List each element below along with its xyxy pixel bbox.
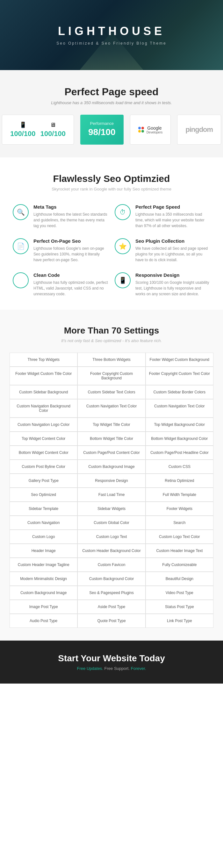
setting-item: Custom Background Image [10,586,77,599]
score2: 100/100 [40,130,66,138]
seo-content-5: Responsive Design Scoring 100/100 on Goo… [135,272,210,297]
cta-line2: Free Support. [104,666,130,671]
seo-subtitle: Skyrocket your rank in Google with our f… [13,187,210,191]
seo-icon-2: 📄 [13,238,29,254]
hero-title: LIGHTHOUSE [58,25,165,38]
seo-item: 📄 Perfect On-Page Seo Lighthouse follows… [13,238,108,263]
seo-item-title-5: Responsive Design [135,272,210,278]
seo-content-0: Meta Tags Lighthouse follows the latest … [33,204,108,229]
setting-item: Sidebar Template [10,502,77,516]
hero-section: LIGHTHOUSE Seo Optimized & Seo Friendly … [0,0,223,70]
mobile-icon: 📱 [20,121,26,128]
seo-icon-3: ⭐ [115,238,131,254]
google-sub: Developers [147,131,163,134]
seo-item-title-0: Meta Tags [33,204,108,210]
performance-card: Performance 98/100 [80,115,124,145]
seo-content-2: Perfect On-Page Seo Lighthouse follows G… [33,238,108,263]
seo-item-title-4: Clean Code [33,272,108,278]
setting-item: Custom Header Image Text [146,544,213,557]
setting-item: Custom Header Image Tagline [10,558,77,571]
setting-item: Footer Copyright Custom Text Color [146,367,213,385]
setting-item: Header Image [10,544,77,557]
setting-item: Custom Background Color [78,572,145,586]
setting-item: Bottom Widget Background Color [146,432,213,445]
seo-item-title-3: Seo Plugin Collection [135,238,210,244]
setting-item: Top Widget Background Color [146,418,213,431]
setting-item: Top Widget Title Color [78,418,145,431]
settings-section: More Than 70 Settings It's not only fast… [0,310,223,641]
setting-item: Footer Widget Custom Title Color [10,367,77,385]
setting-item: Footer Widget Custom Background [146,353,213,366]
cta-heading: Start Your Website Today [9,653,214,663]
seo-content-4: Clean Code Lighthouse has fully optimize… [33,272,108,297]
hero-subtitle: Seo Optimized & Seo Friendly Blog Theme [56,41,167,45]
setting-item: Custom CSS [146,460,213,473]
setting-item: Aside Post Type [78,600,145,614]
seo-item-desc-3: We have collected all Seo and page speed… [135,246,210,263]
seo-item: ⭐ Seo Plugin Collection We have collecte… [115,238,210,263]
setting-item: Custom Background Image [78,460,145,473]
setting-item: Seo & Pagespeed Plugins [78,586,145,599]
setting-item: Gallery Post Type [10,474,77,487]
setting-item: Custom Logo Text [78,530,145,544]
seo-content-1: Perfect Page Speed Lighthouse has a 350 … [135,204,210,229]
setting-item: Audio Post Type [10,614,77,627]
settings-heading: More Than 70 Settings [9,326,214,336]
speed-heading: Perfect Page speed [19,86,204,98]
setting-item: Status Post Type [146,600,213,614]
setting-item: Bottom Widget Title Color [78,432,145,445]
seo-item-desc-0: Lighthouse follows the latest Seo standa… [33,212,108,229]
seo-icon-1: ⏱ [115,204,131,220]
setting-item: Image Post Type [10,600,77,614]
settings-grid: Three Top WidgetsThree Bottom WidgetsFoo… [9,352,214,628]
setting-item: Footer Widgets [146,502,213,516]
setting-item: Custom Favicon [78,558,145,571]
setting-item: Custom Navigation Logo Color [10,418,77,431]
google-dev-card: Google Developers [130,115,171,145]
setting-item: Custom Navigation [10,516,77,529]
setting-item: Custom Navigation Text Color [78,399,145,417]
settings-subtitle: It's not only fast & Seo optimized - It'… [9,338,214,343]
setting-item: Custom Sidebar Text Colors [78,385,145,399]
setting-item: Video Post Type [146,586,213,599]
perf-label: Performance [90,121,114,126]
seo-item-title-2: Perfect On-Page Seo [33,238,108,244]
score1: 100/100 [10,130,36,138]
pingdom-card: pingdom [177,115,221,145]
google-label: Google [147,125,163,131]
setting-item: Custom Page/Post Content Color [78,446,145,459]
speed-subtitle: Lighthouse has a 350 milliseconds load t… [19,100,204,105]
cta-subtext: Free Updates. Free Support. Forever. [9,666,214,671]
setting-item: Modern Minimalistic Design [10,572,77,586]
speed-section: Perfect Page speed Lighthouse has a 350 … [0,70,223,157]
seo-item-desc-5: Scoring 100/100 on Google Insight usabil… [135,280,210,297]
seo-item-desc-4: Lighthouse has fully optimized code, per… [33,280,108,297]
setting-item: Beautiful Design [146,572,213,586]
seo-item-desc-1: Lighthouse has a 350 milliseconds load t… [135,212,210,229]
cta-section: Start Your Website Today Free Updates. F… [0,641,223,684]
seo-icon-5: 📱 [115,272,131,288]
cta-line3: Forever. [131,666,146,671]
seo-item: Clean Code Lighthouse has fully optimize… [13,272,108,297]
setting-item: Seo Optimized [10,488,77,501]
pingdom-label: pingdom [185,125,213,134]
setting-item: Custom Sidebar Border Colors [146,385,213,399]
google-score-card: 📱 100/100 🖥 100/100 [2,115,74,145]
seo-icon-0: 🔍 [13,204,29,220]
setting-item: Top Widget Content Color [10,432,77,445]
cta-line1: Free Updates. [77,666,103,671]
setting-item: Footer Copyright Custom Background [78,367,145,385]
setting-item: Custom Sidebar Background [10,385,77,399]
setting-item: Bottom Widget Content Color [10,446,77,459]
seo-item-desc-2: Lighthouse follows Google's own on-page … [33,246,108,263]
desktop-icon: 🖥 [50,122,56,128]
setting-item: Three Top Widgets [10,353,77,366]
setting-item: Quote Post Type [78,614,145,627]
seo-item: 📱 Responsive Design Scoring 100/100 on G… [115,272,210,297]
seo-grid: 🔍 Meta Tags Lighthouse follows the lates… [13,204,210,297]
seo-item: ⏱ Perfect Page Speed Lighthouse has a 35… [115,204,210,229]
perf-score: 98/100 [88,127,116,137]
setting-item: Custom Global Color [78,516,145,529]
setting-item: Sidebar Widgets [78,502,145,516]
seo-icon-4 [13,272,29,288]
